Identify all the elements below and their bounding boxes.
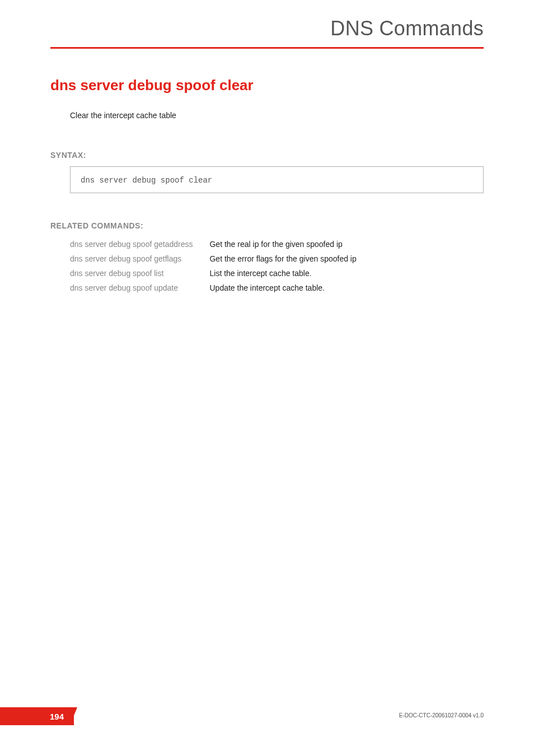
content-area: dns server debug spoof clear Clear the i… bbox=[0, 49, 534, 295]
related-command-desc: Get the real ip for the given spoofed ip bbox=[209, 237, 356, 251]
syntax-heading: SYNTAX: bbox=[50, 151, 484, 160]
related-command-desc: Update the intercept cache table. bbox=[209, 281, 356, 295]
page-header: DNS Commands bbox=[0, 0, 534, 49]
table-row: dns server debug spoof list List the int… bbox=[70, 266, 357, 281]
page: DNS Commands dns server debug spoof clea… bbox=[0, 0, 534, 756]
related-commands-table: dns server debug spoof getaddress Get th… bbox=[70, 237, 357, 295]
related-command-name: dns server debug spoof getaddress bbox=[70, 237, 209, 251]
syntax-code: dns server debug spoof clear bbox=[81, 176, 212, 185]
related-command-desc: List the intercept cache table. bbox=[209, 266, 356, 281]
related-command-name: dns server debug spoof getflags bbox=[70, 251, 209, 266]
document-id: E-DOC-CTC-20061027-0004 v1.0 bbox=[399, 712, 484, 718]
page-footer: E-DOC-CTC-20061027-0004 v1.0 194 bbox=[0, 707, 534, 725]
table-row: dns server debug spoof getflags Get the … bbox=[70, 251, 357, 266]
table-row: dns server debug spoof getaddress Get th… bbox=[70, 237, 357, 251]
related-command-name: dns server debug spoof list bbox=[70, 266, 209, 281]
related-commands-heading: RELATED COMMANDS: bbox=[50, 221, 484, 230]
syntax-box: dns server debug spoof clear bbox=[70, 166, 484, 193]
table-row: dns server debug spoof update Update the… bbox=[70, 281, 357, 295]
command-title: dns server debug spoof clear bbox=[50, 77, 484, 94]
related-command-name: dns server debug spoof update bbox=[70, 281, 209, 295]
related-command-desc: Get the error flags for the given spoofe… bbox=[209, 251, 356, 266]
chapter-title: DNS Commands bbox=[50, 17, 484, 40]
page-number: 194 bbox=[0, 707, 74, 725]
command-description: Clear the intercept cache table bbox=[70, 111, 484, 120]
page-number-block: 194 bbox=[0, 707, 77, 725]
